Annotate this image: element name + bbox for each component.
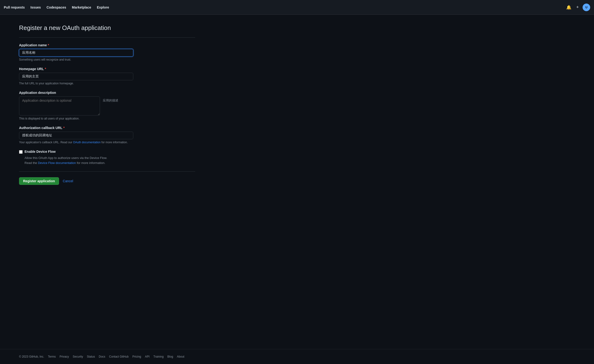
required-star-url: * (45, 67, 46, 71)
device-flow-checkbox-group: Enable Device Flow (19, 150, 195, 154)
footer-contact[interactable]: Contact GitHub (109, 355, 128, 358)
device-flow-label[interactable]: Enable Device Flow (25, 150, 56, 154)
cancel-button[interactable]: Cancel (63, 179, 73, 183)
app-name-label: Application name* (19, 43, 195, 47)
app-name-group: Application name* Something users will r… (19, 43, 195, 61)
top-nav: Pull requests Issues Codespaces Marketpl… (0, 0, 594, 15)
top-divider (19, 37, 195, 38)
description-wrapper: 应用的描述 (19, 97, 195, 116)
homepage-url-group: Homepage URL* The full URL to your appli… (19, 67, 195, 85)
device-flow-description: Allow this OAuth App to authorize users … (25, 156, 195, 166)
nav-explore[interactable]: Explore (97, 6, 109, 9)
create-button[interactable]: + (575, 4, 580, 11)
app-name-hint: Something users will recognize and trust… (19, 58, 195, 61)
footer-api[interactable]: API (145, 355, 149, 358)
bottom-divider (19, 171, 195, 172)
app-name-input[interactable] (19, 49, 133, 57)
nav-issues[interactable]: Issues (30, 6, 41, 9)
callback-url-group: Authorization callback URL* Your applica… (19, 126, 195, 144)
app-description-label: Application description (19, 91, 195, 95)
footer-docs[interactable]: Docs (99, 355, 105, 358)
nav-marketplace[interactable]: Marketplace (72, 6, 91, 9)
oauth-docs-link[interactable]: OAuth documentation (73, 141, 101, 144)
nav-codespaces[interactable]: Codespaces (47, 6, 66, 9)
footer-copyright: © 2023 GitHub, Inc. (19, 355, 44, 358)
callback-url-hint: Your application's callback URL. Read ou… (19, 141, 195, 144)
nav-right-section: 🔔 + U (565, 4, 590, 11)
footer-security[interactable]: Security (73, 355, 83, 358)
register-application-button[interactable]: Register application (19, 177, 59, 185)
device-flow-docs-link[interactable]: Device Flow documentation (38, 161, 76, 165)
device-flow-group: Enable Device Flow Allow this OAuth App … (19, 150, 195, 166)
footer-about[interactable]: About (177, 355, 184, 358)
footer-training[interactable]: Training (153, 355, 163, 358)
notification-button[interactable]: 🔔 (565, 4, 572, 11)
app-description-group: Application description 应用的描述 This is di… (19, 91, 195, 120)
nav-pull-requests[interactable]: Pull requests (4, 6, 25, 9)
homepage-url-hint: The full URL to your application homepag… (19, 82, 195, 85)
main-content: Register a new OAuth application Applica… (0, 15, 214, 349)
button-group: Register application Cancel (19, 177, 195, 185)
required-star-callback: * (63, 126, 65, 130)
app-description-hint: This is displayed to all users of your a… (19, 117, 195, 120)
footer-privacy[interactable]: Privacy (60, 355, 69, 358)
callback-url-label: Authorization callback URL* (19, 126, 195, 130)
footer-blog[interactable]: Blog (167, 355, 173, 358)
page-title: Register a new OAuth application (19, 24, 195, 32)
footer-terms[interactable]: Terms (48, 355, 56, 358)
footer-pricing[interactable]: Pricing (132, 355, 141, 358)
homepage-url-input[interactable] (19, 73, 133, 80)
device-flow-checkbox[interactable] (19, 150, 23, 154)
avatar[interactable]: U (583, 4, 590, 11)
homepage-url-label: Homepage URL* (19, 67, 195, 71)
app-description-textarea[interactable] (19, 97, 100, 116)
required-star-name: * (48, 43, 49, 47)
callback-url-input[interactable] (19, 132, 133, 139)
description-inline-hint: 应用的描述 (103, 97, 118, 103)
footer-status[interactable]: Status (87, 355, 95, 358)
footer: © 2023 GitHub, Inc. Terms Privacy Securi… (0, 349, 594, 364)
